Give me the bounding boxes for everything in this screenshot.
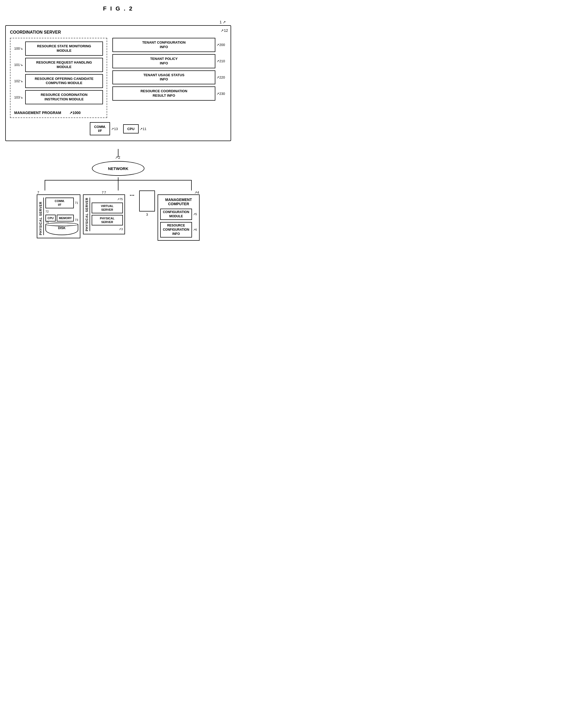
memory-small: MEMORY <box>57 215 74 222</box>
info-box-220: TENANT USAGE STATUSINFO <box>112 70 215 85</box>
ref-1-mark: ↗ <box>223 20 226 24</box>
cpu-box: CPU <box>123 124 139 133</box>
disk-top-ellipse <box>45 223 78 226</box>
virtual-server-box: VIRTUALSERVER <box>92 203 123 213</box>
comm-if-box: COMM.I/F <box>90 122 110 135</box>
phys-server-2-group: 7 7 PHYSICAL SERVER ↗75 VIRTUALSERVER PH… <box>83 190 125 234</box>
disk-box: DISK <box>45 224 78 235</box>
ref-220: ↗220 <box>216 76 226 79</box>
ref-1: 1 <box>219 20 222 24</box>
info-box-230: RESOURCE COORDINATIONRESULT INFO <box>112 86 215 101</box>
cpu-ref-row: 72 <box>45 210 78 213</box>
management-program-box: 100↘ RESOURCE STATE MONITORINGMODULE 101… <box>10 38 107 118</box>
vline-center-top <box>118 177 119 180</box>
ref-210: ↗210 <box>216 59 226 63</box>
module-box-103: RESOURCE COORDINATIONINSTRUCTION MODULE <box>25 90 103 104</box>
disk-label: DISK <box>58 226 66 230</box>
ref-3-inner: ↗3 <box>92 228 123 231</box>
ref-7-c: 7 <box>104 190 106 194</box>
ref-75: ↗75 <box>117 198 123 201</box>
ref-6: ↗6 <box>193 228 197 231</box>
module-row-100: 100↘ RESOURCE STATE MONITORINGMODULE <box>14 42 103 56</box>
ref-72: 72 <box>45 210 48 213</box>
mgmt-computer-label: MANAGEMENTCOMPUTER <box>160 198 197 206</box>
comm-if-row: COMM.I/F 71 <box>45 198 78 208</box>
ref-230: ↗230 <box>216 92 226 96</box>
module-box-102: RESOURCE OFFERING CANDIDATECOMPUTING MOD… <box>25 74 103 88</box>
network-ref-row: ↗2 <box>5 157 231 160</box>
phys-server-1: PHYSICAL SERVER COMM.I/F 71 72 CPU MEMOR… <box>37 194 80 238</box>
ref-7-b: 7 <box>102 190 103 194</box>
info-box-200: TENANT CONFIGURATIONINFO <box>112 38 215 52</box>
config-module-box: CONFIGURATIONMODULE <box>160 209 192 220</box>
cpu-group: CPU ↗11 <box>123 124 147 133</box>
ref-2-mark: ↗2 <box>115 155 120 160</box>
network-label: NETWORK <box>108 166 128 171</box>
resource-config-box: RESOURCECONFIGURATIONINFO <box>160 222 192 238</box>
vdrop-left <box>45 180 45 190</box>
module-row-101: 101↘ RESOURCE REQUEST HANDLINGMODULE <box>14 58 103 72</box>
page-title: F I G . 2 <box>5 5 231 12</box>
dots-separator: ... <box>128 190 136 197</box>
phys-server-2-label: PHYSICAL SERVER <box>85 198 90 231</box>
ref-3-box <box>139 190 155 211</box>
server-inner: 100↘ RESOURCE STATE MONITORINGMODULE 101… <box>10 38 226 118</box>
network-ellipse: NETWORK <box>92 161 144 176</box>
module-row-103: 103↘ RESOURCE COORDINATIONINSTRUCTION MO… <box>14 90 103 104</box>
module-row-102: 102↘ RESOURCE OFFERING CANDIDATECOMPUTIN… <box>14 74 103 88</box>
mgmt-computer-box: MANAGEMENTCOMPUTER CONFIGURATIONMODULE ↗… <box>158 194 200 241</box>
network-lines <box>26 177 210 190</box>
ref-7-a: 7 <box>37 190 39 194</box>
coord-server-label: COORDINATION SERVER <box>10 30 226 35</box>
ref-4: ↗4 <box>194 190 199 194</box>
phys-server-1-label: PHYSICAL SERVER <box>39 198 44 235</box>
ref-102: 102↘ <box>14 79 24 83</box>
ref-103: 103↘ <box>14 95 24 99</box>
comm-if-group: COMM.I/F ↗13 <box>90 122 118 135</box>
server-bottom: COMM.I/F ↗13 CPU ↗11 <box>10 122 226 135</box>
bottom-row: 7 PHYSICAL SERVER COMM.I/F 71 72 CPU MEM… <box>5 190 231 241</box>
phys-server-1-group: 7 PHYSICAL SERVER COMM.I/F 71 72 CPU MEM… <box>37 190 80 238</box>
disk-area: 74 DISK <box>45 224 78 235</box>
ref-3-group: 3 <box>139 190 155 216</box>
network-row: NETWORK <box>5 161 231 176</box>
vdrop-center <box>118 180 119 190</box>
info-row-210: TENANT POLICYINFO ↗210 <box>112 54 226 68</box>
ref-200: ↗200 <box>216 43 226 47</box>
module-box-100: RESOURCE STATE MONITORINGMODULE <box>25 42 103 56</box>
ref-11: ↗11 <box>140 127 146 131</box>
coordination-server-box: COORDINATION SERVER ↗12 100↘ RESOURCE ST… <box>5 25 231 141</box>
mgmt-computer-group: ↗4 MANAGEMENTCOMPUTER CONFIGURATIONMODUL… <box>158 190 200 241</box>
module-box-101: RESOURCE REQUEST HANDLINGMODULE <box>25 58 103 72</box>
info-row-200: TENANT CONFIGURATIONINFO ↗200 <box>112 38 226 52</box>
phys-server-2: PHYSICAL SERVER ↗75 VIRTUALSERVER PHYSIC… <box>83 194 125 234</box>
ref-73: 73 <box>75 218 78 222</box>
info-column: TENANT CONFIGURATIONINFO ↗200 TENANT POL… <box>112 38 226 118</box>
phys-server-1-content: COMM.I/F 71 72 CPU MEMORY 73 74 DISK <box>45 198 78 235</box>
phys-server-2-content: ↗75 VIRTUALSERVER PHYSICALSERVER ↗3 <box>92 198 123 231</box>
info-box-210: TENANT POLICYINFO <box>112 54 215 68</box>
mgmt-program-label: MANAGEMENT PROGRAM ↗1000 <box>14 110 81 115</box>
ref-5: ↗5 <box>193 212 197 216</box>
comm-if-small: COMM.I/F <box>45 198 74 208</box>
ref-75-row: ↗75 <box>92 198 123 201</box>
info-row-230: RESOURCE COORDINATIONRESULT INFO ↗230 <box>112 86 226 101</box>
config-module-row: CONFIGURATIONMODULE ↗5 <box>160 209 197 220</box>
ref-100: 100↘ <box>14 46 24 50</box>
resource-config-row: RESOURCECONFIGURATIONINFO ↗6 <box>160 222 197 238</box>
info-row-220: TENANT USAGE STATUSINFO ↗220 <box>112 70 226 85</box>
ref-13: ↗13 <box>111 127 118 131</box>
ref-3-label: 3 <box>146 212 148 216</box>
cpu-mem-row: CPU MEMORY 73 <box>45 215 78 222</box>
vdrop-right <box>191 180 192 190</box>
ref-12: ↗12 <box>220 28 228 33</box>
physical-server-inner-box: PHYSICALSERVER <box>92 215 123 226</box>
ref-71: 71 <box>75 201 78 204</box>
ref-101: 101↘ <box>14 63 24 67</box>
